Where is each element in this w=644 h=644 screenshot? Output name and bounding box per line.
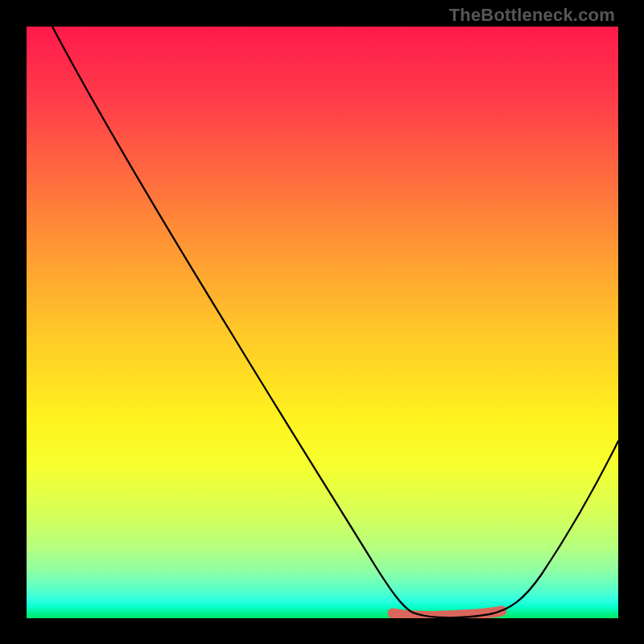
plot-area — [27, 27, 618, 618]
chart-frame: TheBottleneck.com — [0, 0, 644, 644]
watermark-text: TheBottleneck.com — [449, 5, 615, 26]
curve-svg — [27, 27, 618, 618]
bottleneck-curve — [52, 27, 618, 617]
